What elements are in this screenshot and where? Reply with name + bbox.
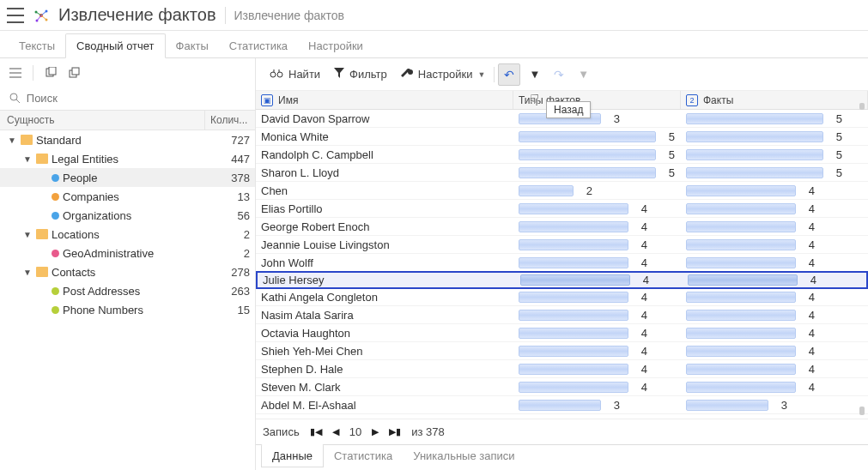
chevron-down-icon: ▼ — [478, 70, 486, 79]
bar — [519, 149, 656, 160]
table-row[interactable]: Elias Portillo44 — [256, 200, 868, 218]
tree-header-count[interactable]: Колич... — [205, 111, 255, 130]
tree-row[interactable]: ▼Standard727 — [0, 130, 255, 149]
table-row[interactable]: Nasim Atala Sarira44 — [256, 306, 868, 324]
grid-header-facts[interactable]: 2 Факты — [681, 91, 868, 109]
filter-label: Фильтр — [349, 68, 387, 81]
folder-icon — [36, 229, 48, 239]
tab-2[interactable]: Факты — [166, 34, 219, 57]
filter-icon — [334, 68, 344, 81]
tree-row[interactable]: Phone Numbers15 — [0, 300, 255, 319]
value: 4 — [803, 327, 815, 340]
bottom-tab-2[interactable]: Уникальные записи — [403, 445, 525, 467]
cell-types: 5 — [513, 166, 681, 179]
cell-types: 5 — [513, 148, 681, 161]
bar — [519, 257, 628, 268]
tree-header-entity[interactable]: Сущность — [0, 111, 205, 130]
bottom-tab-0[interactable]: Данные — [261, 444, 324, 467]
search-input[interactable] — [27, 92, 246, 105]
tree-row[interactable]: Companies13 — [0, 187, 255, 206]
table-row[interactable]: Randolph C. Campbell55 — [256, 146, 868, 164]
table-row[interactable]: Monica White55 — [256, 128, 868, 146]
disclosure-icon[interactable]: ▼ — [22, 154, 33, 164]
copy-icon[interactable] — [44, 66, 58, 80]
list-view-icon[interactable] — [9, 66, 22, 80]
tree-row[interactable]: Post Addresses263 — [0, 281, 255, 300]
pager-prev-icon[interactable]: ◀ — [332, 426, 339, 437]
disclosure-icon[interactable]: ▼ — [22, 230, 33, 239]
grid-header-name[interactable]: ▣ Имя — [256, 91, 513, 109]
pager-next-icon[interactable]: ▶ — [372, 426, 379, 437]
tree-row[interactable]: People378 — [0, 168, 255, 187]
stack-icon[interactable] — [68, 66, 82, 80]
disclosure-icon[interactable]: ▼ — [22, 268, 33, 277]
tab-0[interactable]: Тексты — [9, 34, 65, 57]
bar — [686, 185, 796, 196]
settings-button[interactable]: Настройки ▼ — [396, 63, 491, 85]
scrollbar-thumb[interactable] — [859, 103, 865, 110]
menu-icon[interactable] — [7, 8, 24, 23]
cell-name: George Robert Enoch — [256, 220, 513, 233]
tree-row[interactable]: GeoAdministrative2 — [0, 244, 255, 262]
cell-facts: 4 — [681, 309, 868, 322]
cell-types: 4 — [513, 363, 681, 376]
grid-header-types[interactable]: Типы фактов — [513, 91, 681, 109]
table-row[interactable]: John Wolff44 — [256, 254, 868, 272]
tree-count: 15 — [205, 304, 250, 316]
tree-row[interactable]: ▼Locations2 — [0, 225, 255, 244]
undo-button[interactable]: ↶ — [498, 63, 520, 86]
bar — [519, 382, 628, 393]
tree-row[interactable]: ▼Contacts278 — [0, 262, 255, 281]
cell-facts: 5 — [681, 148, 868, 161]
cell-types: 4 — [513, 381, 681, 394]
table-row[interactable]: Steven M. Clark44 — [256, 378, 868, 396]
redo-button[interactable]: ↷ — [549, 64, 569, 85]
tree-label-text: People — [63, 172, 97, 184]
cell-facts: 4 — [681, 220, 868, 233]
table-row[interactable]: Chen24 — [256, 182, 868, 200]
cell-name: Nasim Atala Sarira — [256, 309, 513, 322]
right-panel: Найти Фильтр Настройки ▼ ↶ ▼ ↷ — [256, 58, 868, 470]
tab-1[interactable]: Сводный отчет — [65, 33, 166, 58]
undo-dropdown[interactable]: ▼ — [524, 64, 545, 84]
svg-rect-13 — [49, 67, 56, 75]
bar — [686, 382, 796, 393]
tree-row[interactable]: Organizations56 — [0, 206, 255, 225]
tree-row[interactable]: ▼Legal Entities447 — [0, 149, 255, 168]
pager-first-icon[interactable]: ▮◀ — [310, 426, 322, 437]
value: 4 — [635, 345, 647, 358]
svg-point-18 — [270, 72, 276, 77]
table-row[interactable]: Julie Hersey44 — [256, 271, 868, 289]
redo-dropdown[interactable]: ▼ — [573, 64, 594, 84]
table-row[interactable]: Sharon L. Lloyd55 — [256, 164, 868, 182]
bar — [686, 346, 796, 357]
dot-icon — [52, 306, 59, 314]
table-row[interactable]: Jeannie Louise Livingston44 — [256, 236, 868, 254]
pager-last-icon[interactable]: ▶▮ — [389, 426, 401, 437]
cell-name: Octavia Haughton — [256, 327, 513, 340]
bar — [686, 113, 823, 124]
find-button[interactable]: Найти — [264, 64, 325, 84]
tab-3[interactable]: Статистика — [219, 34, 298, 57]
cell-name: John Wolff — [256, 256, 513, 269]
filter-button[interactable]: Фильтр — [329, 64, 392, 84]
tab-4[interactable]: Настройки — [298, 34, 373, 57]
table-row[interactable]: Stephen D. Hale44 — [256, 360, 868, 378]
cell-facts: 4 — [681, 202, 868, 215]
bottom-tab-1[interactable]: Статистика — [324, 445, 403, 467]
bar — [519, 346, 628, 357]
grid-body[interactable]: David Davon Sparrow35Monica White55Rando… — [256, 110, 868, 419]
table-row[interactable]: Shieh Yeh-Mei Chen44 — [256, 342, 868, 360]
cell-types: 2 — [513, 184, 681, 197]
table-row[interactable]: Abdel M. El-Ashaal33 — [256, 396, 868, 414]
scrollbar-thumb[interactable] — [859, 407, 865, 415]
table-row[interactable]: George Robert Enoch44 — [256, 218, 868, 236]
cell-types: 4 — [515, 274, 683, 286]
table-row[interactable]: Octavia Haughton44 — [256, 324, 868, 342]
disclosure-icon[interactable]: ▼ — [7, 136, 17, 145]
table-row[interactable]: Kathi Angela Congleton44 — [256, 288, 868, 306]
dot-icon — [52, 287, 59, 295]
value: 4 — [637, 274, 649, 286]
cell-facts: 5 — [681, 130, 868, 143]
cell-types: 3 — [513, 399, 681, 412]
